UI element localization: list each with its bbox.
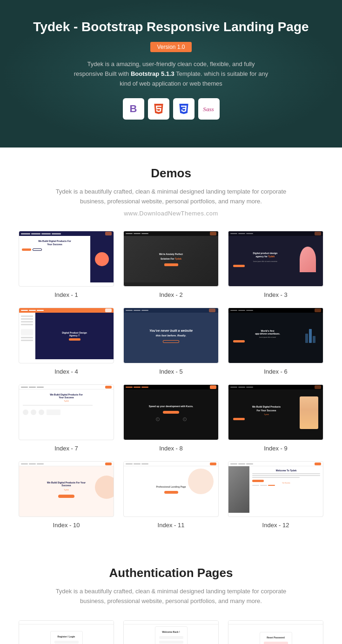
demo-label-7: Index - 7 xyxy=(19,445,114,452)
demo-grid: We Build Digital Products ForYour Succes… xyxy=(19,231,323,529)
sass-icon: Sass xyxy=(198,98,220,120)
demo-card-1[interactable]: We Build Digital Products ForYour Succes… xyxy=(19,231,114,298)
version-badge: Version 1.0 xyxy=(150,42,191,52)
demo-thumb-7[interactable]: We Build Digital Products ForYour Succes… xyxy=(19,384,114,440)
demos-section: Demos Tydek is a beautifully crafted, cl… xyxy=(0,148,342,548)
demo-label-1: Index - 1 xyxy=(19,291,114,298)
demo-thumb-10[interactable]: We Build Digital Products For YourSucces… xyxy=(19,461,114,517)
demo-thumb-1[interactable]: We Build Digital Products ForYour Succes… xyxy=(19,231,114,287)
demo-card-10[interactable]: We Build Digital Products For YourSucces… xyxy=(19,461,114,529)
demo-thumb-8[interactable]: Speed up your development with Kucra. ‹ … xyxy=(123,384,219,440)
demo-card-12[interactable]: Welcome To Tydek Our Success Ind xyxy=(228,461,323,529)
demo-label-11: Index - 11 xyxy=(123,522,219,529)
demo-label-10: Index - 10 xyxy=(19,522,114,529)
auth-card-login[interactable]: Welcome Back ! Forgot Password? Log In xyxy=(123,620,219,644)
auth-title: Authentication Pages xyxy=(14,566,328,580)
auth-thumb-reset[interactable]: Reset Password xyxy=(228,620,323,644)
demo-card-9[interactable]: We Build Digital ProductsFor Your Succes… xyxy=(228,384,323,452)
auth-card-signin[interactable]: Register / Login Login here Sign In xyxy=(19,620,114,644)
demo-thumb-4[interactable]: Digital Product DesignAgency T xyxy=(19,308,114,363)
svg-text:Sass: Sass xyxy=(202,106,214,113)
watermark: www.DownloadNewThemes.com xyxy=(14,210,328,217)
demo-thumb-12[interactable]: Welcome To Tydek Our Success xyxy=(228,461,323,517)
demo-card-8[interactable]: Speed up your development with Kucra. ‹ … xyxy=(123,384,219,452)
demo-card-7[interactable]: We Build Digital Products ForYour Succes… xyxy=(19,384,114,452)
demo-thumb-3[interactable]: Digital product designagency for Tydek L… xyxy=(228,231,323,287)
demo-card-5[interactable]: You've never built a website this fast b… xyxy=(123,308,219,375)
demo-card-11[interactable]: Professional Landing Page Index - 11 xyxy=(123,461,219,529)
demo-label-6: Index - 6 xyxy=(228,368,323,375)
bootstrap-icon: B xyxy=(123,98,144,120)
tech-icons: B Sass xyxy=(9,98,333,120)
demo-card-4[interactable]: Digital Product DesignAgency T Index - 4 xyxy=(19,308,114,375)
header-title: Tydek - Bootstrap Responsive Landing Pag… xyxy=(9,19,333,35)
demo-label-2: Index - 2 xyxy=(123,291,219,298)
demo-thumb-5[interactable]: You've never built a website this fast b… xyxy=(123,308,219,363)
auth-desc: Tydek is a beautifully crafted, clean & … xyxy=(55,587,288,606)
demo-thumb-11[interactable]: Professional Landing Page xyxy=(123,461,219,517)
demo-card-6[interactable]: World's firstapp-driven smartbues. Lorem… xyxy=(228,308,323,375)
demo-label-9: Index - 9 xyxy=(228,445,323,452)
demo-label-5: Index - 5 xyxy=(123,368,219,375)
header-description: Tydek is a amazing, user-friendly clean … xyxy=(74,60,269,88)
demo-label-3: Index - 3 xyxy=(228,291,323,298)
demo-thumb-2[interactable]: We're Anxiety Perfect Solution For Tydek xyxy=(123,231,219,287)
demos-desc: Tydek is a beautifully crafted, clean & … xyxy=(55,187,288,207)
demo-card-3[interactable]: Digital product designagency for Tydek L… xyxy=(228,231,323,298)
header: Tydek - Bootstrap Responsive Landing Pag… xyxy=(0,0,342,148)
demo-thumb-9[interactable]: We Build Digital ProductsFor Your Succes… xyxy=(228,384,323,440)
demo-card-2[interactable]: We're Anxiety Perfect Solution For Tydek… xyxy=(123,231,219,298)
demos-title: Demos xyxy=(14,166,328,181)
auth-thumb-signin[interactable]: Register / Login Login here xyxy=(19,620,114,644)
css3-icon xyxy=(173,98,194,120)
html5-icon xyxy=(148,98,169,120)
auth-section: Authentication Pages Tydek is a beautifu… xyxy=(0,547,342,644)
demo-thumb-6[interactable]: World's firstapp-driven smartbues. Lorem… xyxy=(228,308,323,363)
auth-thumb-login[interactable]: Welcome Back ! Forgot Password? xyxy=(123,620,219,644)
demo-label-4: Index - 4 xyxy=(19,368,114,375)
demo-label-8: Index - 8 xyxy=(123,445,219,452)
auth-card-reset[interactable]: Reset Password Reset Password xyxy=(228,620,323,644)
demo-label-12: Index - 12 xyxy=(228,522,323,529)
auth-grid: Register / Login Login here Sign In xyxy=(19,620,323,644)
